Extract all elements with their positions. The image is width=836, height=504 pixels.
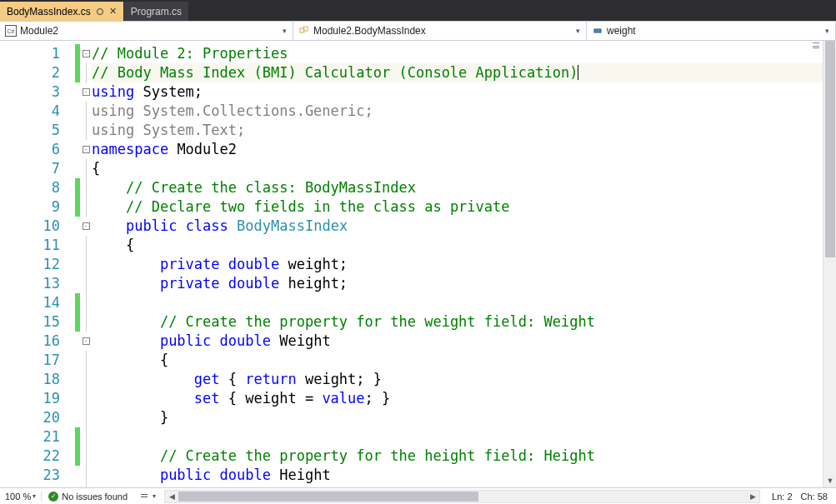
nav-member-text: weight bbox=[607, 25, 823, 37]
line-number: 17 bbox=[0, 351, 75, 370]
code-line[interactable]: // Create the property for the weight fi… bbox=[92, 312, 836, 332]
code-line[interactable]: public double Weight bbox=[92, 332, 836, 351]
svg-rect-2 bbox=[594, 29, 601, 32]
health-indicator[interactable]: ✓ No issues found bbox=[42, 492, 134, 502]
chevron-down-icon: ▾ bbox=[823, 27, 830, 35]
line-number: 13 bbox=[0, 274, 75, 293]
caret-position: Ln: 2 Ch: 58 bbox=[763, 492, 836, 502]
code-line[interactable]: using System.Text; bbox=[92, 121, 836, 140]
split-handle-icon[interactable] bbox=[811, 41, 823, 51]
fold-cell bbox=[80, 197, 92, 217]
line-number: 11 bbox=[0, 236, 75, 255]
fold-cell bbox=[80, 121, 92, 140]
code-line[interactable]: { bbox=[92, 351, 836, 370]
tab-bar: BodyMassIndex.cs ✕ Program.cs bbox=[0, 0, 836, 21]
chevron-down-icon: ▾ bbox=[281, 27, 288, 35]
fold-toggle-icon[interactable]: - bbox=[83, 50, 90, 57]
horizontal-scrollbar[interactable]: ◀ ▶ bbox=[164, 490, 760, 503]
health-text: No issues found bbox=[62, 492, 128, 502]
code-line[interactable]: public double Height bbox=[92, 466, 836, 485]
line-number-gutter: 123456789101112131415161718192021222324 bbox=[0, 41, 75, 487]
fold-cell bbox=[80, 408, 92, 427]
scroll-down-icon[interactable]: ▼ bbox=[823, 474, 836, 487]
fold-toggle-icon[interactable]: - bbox=[83, 222, 90, 230]
pin-icon[interactable] bbox=[96, 7, 104, 16]
nav-scope-text: Module2 bbox=[20, 25, 281, 37]
line-number: 8 bbox=[0, 178, 75, 197]
fold-cell bbox=[80, 485, 92, 487]
project-icon: C# bbox=[5, 25, 17, 37]
fold-cell bbox=[80, 236, 92, 255]
fold-cell bbox=[80, 178, 92, 197]
fold-cell bbox=[80, 159, 92, 178]
code-line[interactable]: public class BodyMassIndex bbox=[92, 217, 836, 236]
code-line[interactable]: // Create the property for the height fi… bbox=[92, 447, 836, 466]
vertical-scrollbar[interactable]: ▲ ▼ bbox=[823, 41, 836, 487]
line-number: 1 bbox=[0, 44, 75, 63]
fold-cell bbox=[80, 255, 92, 274]
line-number: 3 bbox=[0, 82, 75, 102]
fold-cell[interactable]: - bbox=[80, 44, 92, 63]
fold-toggle-icon[interactable]: - bbox=[83, 337, 90, 345]
fold-toggle-icon[interactable]: - bbox=[83, 88, 90, 96]
code-editor[interactable]: 123456789101112131415161718192021222324 … bbox=[0, 41, 836, 487]
line-number: 20 bbox=[0, 408, 75, 427]
code-line[interactable]: ʃ bbox=[92, 485, 836, 487]
code-area[interactable]: // Module 2: Properties// Body Mass Inde… bbox=[92, 41, 836, 487]
code-line[interactable]: } bbox=[92, 408, 836, 427]
fold-cell bbox=[80, 427, 92, 447]
tab-inactive[interactable]: Program.cs bbox=[123, 2, 188, 21]
line-number: 16 bbox=[0, 332, 75, 351]
check-icon: ✓ bbox=[48, 492, 58, 502]
fold-toggle-icon[interactable]: - bbox=[83, 146, 90, 153]
fold-cell[interactable]: - bbox=[80, 82, 92, 102]
scroll-left-icon[interactable]: ◀ bbox=[165, 491, 178, 502]
nav-type-text: Module2.BodyMassIndex bbox=[313, 25, 574, 37]
code-line[interactable]: // Module 2: Properties bbox=[92, 44, 836, 63]
nav-scope-dropdown[interactable]: C# Module2 ▾ bbox=[0, 22, 293, 40]
code-line[interactable]: using System.Collections.Generic; bbox=[92, 102, 836, 121]
status-bar: 100 % ▾ ✓ No issues found ▾ ◀ ▶ Ln: 2 Ch… bbox=[0, 487, 836, 504]
scroll-right-icon[interactable]: ▶ bbox=[746, 491, 759, 502]
fold-cell bbox=[80, 293, 92, 312]
code-line[interactable] bbox=[92, 427, 836, 447]
error-settings[interactable]: ▾ bbox=[134, 492, 161, 502]
tab-active[interactable]: BodyMassIndex.cs ✕ bbox=[0, 2, 123, 21]
fold-cell bbox=[80, 102, 92, 121]
code-line[interactable]: // Declare two fields in the class as pr… bbox=[92, 197, 836, 217]
code-line[interactable]: namespace Module2 bbox=[92, 140, 836, 159]
code-line[interactable]: { bbox=[92, 236, 836, 255]
line-number: 10 bbox=[0, 217, 75, 236]
fold-cell[interactable]: - bbox=[80, 332, 92, 351]
line-number: 4 bbox=[0, 102, 75, 121]
code-line[interactable]: // Create the class: BodyMassIndex bbox=[92, 178, 836, 197]
scroll-thumb[interactable] bbox=[825, 41, 835, 257]
fold-cell bbox=[80, 274, 92, 293]
fold-cell bbox=[80, 389, 92, 408]
code-line[interactable]: private double weight; bbox=[92, 255, 836, 274]
code-line[interactable] bbox=[92, 293, 836, 312]
nav-type-dropdown[interactable]: Module2.BodyMassIndex ▾ bbox=[293, 22, 587, 40]
line-number: 18 bbox=[0, 370, 75, 389]
code-line[interactable]: using System; bbox=[92, 82, 836, 102]
scroll-thumb[interactable] bbox=[178, 492, 478, 502]
nav-member-dropdown[interactable]: weight ▾ bbox=[587, 22, 836, 40]
zoom-value: 100 % bbox=[5, 492, 31, 502]
zoom-dropdown[interactable]: 100 % ▾ bbox=[0, 492, 42, 502]
close-icon[interactable]: ✕ bbox=[109, 6, 117, 17]
field-icon bbox=[592, 25, 603, 37]
code-line[interactable]: get { return weight; } bbox=[92, 370, 836, 389]
line-number: 6 bbox=[0, 140, 75, 159]
fold-cell bbox=[80, 312, 92, 332]
line-number: 24 bbox=[0, 485, 75, 487]
navigation-bar: C# Module2 ▾ Module2.BodyMassIndex ▾ wei… bbox=[0, 21, 836, 41]
code-line[interactable]: // Body Mass Index (BMI) Calculator (Con… bbox=[92, 63, 836, 82]
code-line[interactable]: set { weight = value; } bbox=[92, 389, 836, 408]
fold-cell[interactable]: - bbox=[80, 217, 92, 236]
code-line[interactable]: private double height; bbox=[92, 274, 836, 293]
fold-cell bbox=[80, 447, 92, 466]
code-line[interactable]: { bbox=[92, 159, 836, 178]
line-number: 5 bbox=[0, 121, 75, 140]
chevron-down-icon: ▾ bbox=[33, 492, 36, 500]
fold-cell[interactable]: - bbox=[80, 140, 92, 159]
